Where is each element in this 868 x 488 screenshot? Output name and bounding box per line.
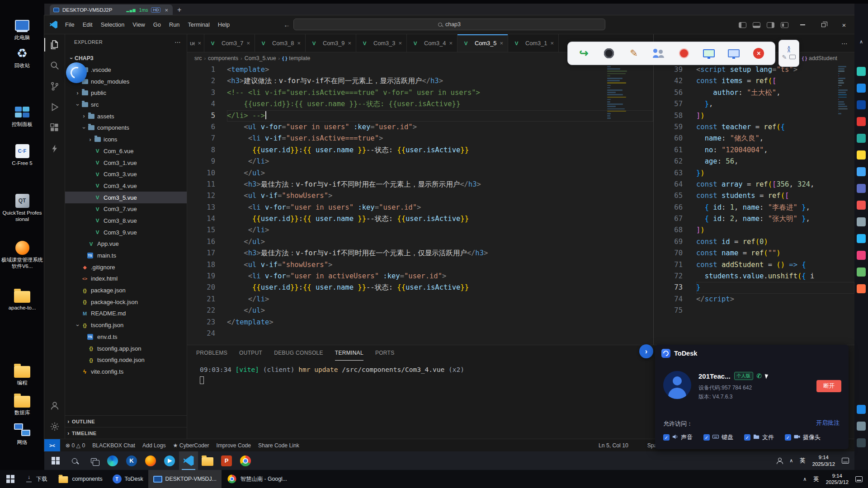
code-line[interactable] — [227, 328, 653, 339]
record-icon[interactable] — [676, 46, 692, 61]
minimap[interactable] — [606, 64, 628, 345]
taskbar-k-icon[interactable]: K — [122, 451, 141, 470]
checkbox-checked[interactable]: ✓ — [785, 434, 791, 441]
editor-tab-com3_8.vue[interactable]: VCom3_8.vue× — [255, 34, 306, 52]
code-line[interactable]: </li> — [227, 225, 653, 236]
desktop-icon-panel[interactable]: 控制面板 — [1, 104, 43, 128]
search-icon[interactable] — [44, 55, 65, 76]
code-line[interactable]: ]) — [696, 225, 854, 236]
explorer-item-app.vue[interactable]: VApp.vue — [65, 238, 187, 250]
permission-camera[interactable]: ✓摄像头 — [785, 433, 821, 441]
code-editor[interactable]: <script setup lang="ts">const items = re… — [696, 64, 854, 345]
permission-file[interactable]: ✓文件 — [744, 433, 774, 441]
code-line[interactable]: </ul> — [227, 305, 653, 316]
clock[interactable]: 9:14 2025/3/12 — [812, 454, 835, 467]
desktop-icon-folder[interactable]: 数据库 — [1, 392, 43, 416]
ime-indicator[interactable]: 英 — [813, 475, 819, 483]
code-line[interactable]: {{user.id}}:{{ user.name }}--状态: {{user.… — [227, 213, 653, 225]
taskbar-chrome-icon[interactable] — [236, 451, 255, 470]
code-line[interactable]: </ul> — [227, 236, 653, 248]
dock-icon[interactable] — [857, 234, 866, 243]
dock-icon[interactable] — [857, 267, 866, 277]
menu-file[interactable]: File — [61, 15, 79, 34]
explorer-item-com3_5.vue[interactable]: VCom3_5.vue — [65, 192, 187, 203]
code-line[interactable]: <ul v-for="user in users" :key="user.id"… — [227, 122, 653, 133]
remote-session-tab[interactable]: DESKTOP-VM5DJ2P ▂▄▆ 1ms HD × — [50, 5, 173, 15]
desktop-icon-cfree[interactable]: C·FC-Free 5 — [1, 143, 43, 167]
disconnect-button[interactable]: 断开 — [816, 380, 841, 392]
code-line[interactable]: const name = ref("") — [696, 248, 854, 259]
explorer-item-tsconfig.app.json[interactable]: {}tsconfig.app.json — [65, 343, 187, 354]
lens-icon[interactable] — [601, 46, 617, 61]
panel-tab-terminal[interactable]: TERMINAL — [335, 345, 363, 361]
explorer-item-vite.config.ts[interactable]: ϟvite.config.ts — [65, 366, 187, 378]
explorer-item-env.d.ts[interactable]: TSenv.d.ts — [65, 331, 187, 343]
explorer-item-tsconfig.node.json[interactable]: {}tsconfig.node.json — [65, 354, 187, 366]
explorer-item-com3_9.vue[interactable]: VCom3_9.vue — [65, 226, 187, 238]
people-icon[interactable] — [776, 458, 783, 464]
code-line[interactable]: <li v-for="user in users" :key="user.id"… — [227, 202, 653, 213]
editor-tab-com3_9.vue[interactable]: VCom3_9.vue× — [306, 34, 356, 52]
screen-green-icon[interactable] — [701, 46, 717, 61]
explorer-item-readme.md[interactable]: MREADME.md — [65, 308, 187, 319]
remote-indicator[interactable]: >< — [44, 439, 60, 451]
explorer-item-package-lock.json[interactable]: {}package-lock.json — [65, 296, 187, 308]
minimize-button[interactable] — [792, 15, 813, 34]
editor-tab-com3_4.vue[interactable]: VCom3_4.vue× — [407, 34, 458, 52]
dock-icon[interactable] — [857, 167, 866, 176]
code-line[interactable]: {{user.id}}:{{ user.name }}--状态: {{user.… — [227, 145, 653, 156]
code-line[interactable]: </ul> — [227, 168, 653, 179]
code-line[interactable]: const teacher = ref({ — [696, 122, 854, 133]
explorer-item-src[interactable]: src — [65, 99, 187, 111]
dock-collapse-icon[interactable]: ∧ — [854, 39, 868, 45]
taskbar-vscode-icon[interactable] — [179, 451, 198, 470]
permission-keyboard[interactable]: ✓键盘 — [703, 433, 733, 441]
explorer-item-icons[interactable]: icons — [65, 134, 187, 145]
restore-button[interactable] — [813, 15, 834, 34]
clock[interactable]: 9:14 2025/3/12 — [826, 473, 849, 485]
customize-layout-icon[interactable] — [781, 22, 788, 28]
code-line[interactable]: students.value.unshift({ i — [696, 271, 854, 282]
code-line[interactable]: <ul v-if="showUsers"> — [227, 190, 653, 202]
desktop-icon-folder[interactable]: apache-to... — [1, 287, 43, 311]
explorer-item-chap3[interactable]: CHAP3 — [65, 52, 187, 64]
taskbar-item-chrome[interactable]: 智慧山南 - Googl... — [222, 470, 292, 488]
code-line[interactable]: age: 56, — [696, 156, 854, 167]
extensions-icon[interactable] — [44, 117, 65, 138]
taskbar-search-icon[interactable] — [65, 451, 84, 470]
editor-tab-ue[interactable]: ue× — [187, 34, 204, 52]
code-line[interactable]: <!-- <li v-if="user.isActive===true" v-f… — [227, 87, 653, 99]
taskbar-telegram-icon[interactable] — [160, 451, 179, 470]
dock-icon[interactable] — [857, 284, 866, 293]
menu-selection[interactable]: Selection — [97, 15, 129, 34]
outline-section[interactable]: OUTLINE — [65, 415, 187, 427]
code-line[interactable]: <ul v-if="showUsers"> — [227, 259, 653, 271]
tray-expand-icon[interactable]: ∧ — [803, 476, 807, 482]
share-arrow-icon[interactable]: ↪ — [576, 46, 592, 61]
taskbar-edge-icon[interactable] — [103, 451, 122, 470]
taskbar-item-todesk[interactable]: TToDesk — [108, 470, 148, 488]
status-item[interactable]: ⊗ 0 △ 0 — [62, 442, 89, 449]
code-line[interactable]: <template> — [227, 64, 653, 75]
taskbar-start-icon[interactable] — [46, 451, 65, 470]
toggle-sidebar-icon[interactable] — [739, 22, 746, 28]
code-line[interactable]: <li v-if="user.isActive===true"> — [227, 133, 653, 144]
desktop-icon-network[interactable]: 网络 — [1, 422, 43, 446]
menu-help[interactable]: Help — [214, 15, 234, 34]
taskbar-firefox-icon[interactable] — [141, 451, 160, 470]
checkbox-checked[interactable]: ✓ — [744, 434, 750, 441]
code-line[interactable]: <h3>最佳方法：v-for与v-if不同时用在一个元素上，显示所示用户</h3… — [227, 179, 653, 190]
status-item[interactable]: BLACKBOX Chat — [89, 442, 139, 449]
tab-close-icon[interactable]: × — [500, 40, 503, 47]
toggle-secondary-sidebar-icon[interactable] — [767, 22, 774, 28]
code-line[interactable]: {{user.id}}:{{ user.name }}--状态: {{user.… — [227, 282, 653, 293]
notification-icon[interactable] — [855, 476, 863, 482]
tab-close-icon[interactable]: × — [550, 40, 554, 47]
code-line[interactable]: name: "储久良", — [696, 133, 854, 144]
nav-back-icon[interactable]: ← — [283, 21, 290, 28]
code-line[interactable]: { id: 1, name: "李春进" }, — [696, 202, 854, 213]
dock-icon[interactable] — [857, 134, 866, 143]
tab-close-icon[interactable]: × — [449, 40, 453, 47]
classroom-floating-icon[interactable] — [66, 62, 87, 83]
tab-close-icon[interactable]: × — [348, 40, 351, 47]
